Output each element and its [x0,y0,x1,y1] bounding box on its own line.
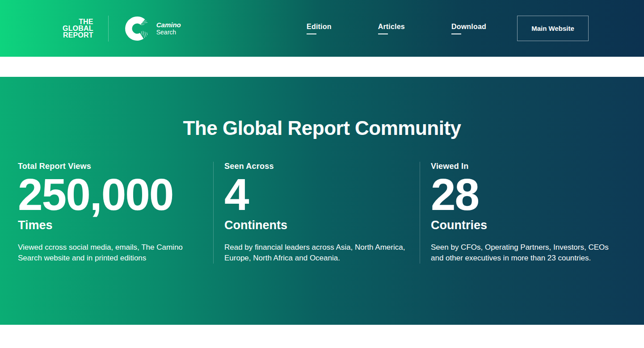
stat-description: Viewed ccross social media, emails, The … [18,242,202,264]
stat-value: 4 [224,172,420,217]
stat-value: 250,000 [18,172,213,217]
stat-description: Read by financial leaders across Asia, N… [224,242,408,264]
nav-item-articles[interactable]: Articles [378,23,405,34]
nav-item-edition-label: Edition [307,23,332,31]
stat-unit: Continents [224,218,420,232]
community-section: The Global Report Community Total Report… [0,77,644,325]
camino-sub: Search [156,29,181,36]
stats-row: Total Report Views 250,000 Times Viewed … [18,162,626,264]
stat-unit: Countries [431,218,626,232]
stat-unit: Times [18,218,213,232]
global-report-logo[interactable]: THE GLOBAL REPORT [63,18,93,39]
nav-underline [307,34,316,34]
nav-item-edition[interactable]: Edition [307,23,332,34]
global-report-logo-line2: GLOBAL [63,25,93,32]
brand-divider [108,16,109,42]
main-nav: Edition Articles Download [307,23,486,34]
page-title: The Global Report Community [0,117,644,139]
nav-underline [451,34,461,34]
stat-label: Seen Across [224,162,420,171]
main-website-button[interactable]: Main Website [517,16,589,41]
stat-column-report-views: Total Report Views 250,000 Times Viewed … [18,162,213,264]
camino-logo[interactable]: Camino Search [123,15,181,42]
global-report-logo-line1: THE [63,18,93,25]
stat-column-countries: Viewed In 28 Countries Seen by CFOs, Ope… [420,162,626,264]
brand-group: THE GLOBAL REPORT Camino [63,15,181,42]
nav-item-articles-label: Articles [378,23,405,31]
nav-item-download-label: Download [451,23,486,31]
nav-item-download[interactable]: Download [451,23,486,34]
stat-column-continents: Seen Across 4 Continents Read by financi… [213,162,420,264]
camino-c-ring-icon [123,15,151,42]
site-header: THE GLOBAL REPORT Camino [0,0,644,57]
nav-underline [378,34,388,34]
stat-description: Seen by CFOs, Operating Partners, Invest… [431,242,615,264]
header-gap-strip [0,57,644,77]
camino-name: Camino [156,21,181,29]
camino-wordmark: Camino Search [156,21,181,36]
global-report-logo-line3: REPORT [63,32,93,38]
bottom-white-strip [0,325,644,348]
stat-value: 28 [431,172,626,217]
